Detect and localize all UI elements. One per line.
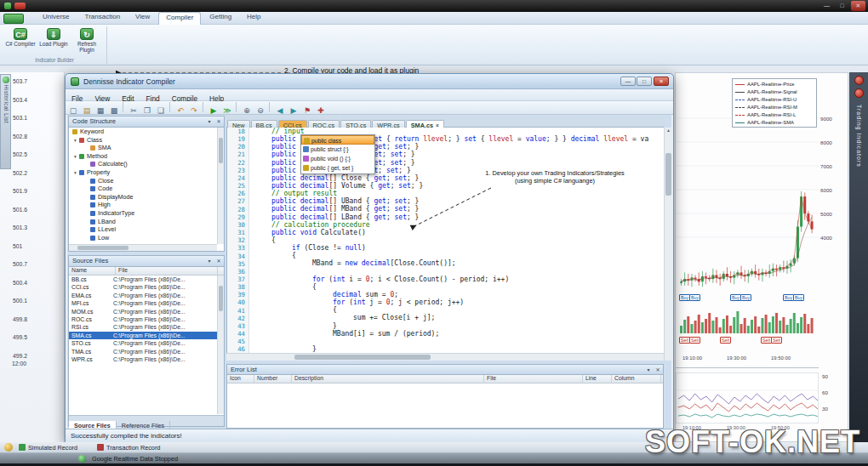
close-icon[interactable]: ✕: [214, 117, 223, 126]
code-structure-header[interactable]: Code Structure ▾ ✕: [69, 116, 224, 128]
code-line[interactable]: MBand[i] = sum / (period);: [249, 330, 664, 338]
file-row[interactable]: MFI.csC:\Program Files (x86)\De...: [69, 299, 217, 307]
tree-node-method[interactable]: ▾Method: [69, 152, 217, 161]
error-column-line[interactable]: Line: [583, 375, 612, 384]
tree-item[interactable]: LBand: [69, 218, 217, 226]
code-line[interactable]: {: [249, 306, 664, 314]
toolbar-separator: [123, 102, 123, 112]
code-line[interactable]: {: [249, 236, 664, 244]
code-line[interactable]: }: [249, 345, 664, 353]
window-close-button[interactable]: ✕: [654, 77, 669, 86]
code-line[interactable]: [249, 338, 664, 345]
tree-node-property[interactable]: ▾Property: [69, 168, 217, 177]
app-menu-button[interactable]: [3, 14, 24, 24]
system-close-button[interactable]: ✕: [851, 1, 865, 11]
tree-item[interactable]: DisplayMode: [69, 193, 217, 202]
record-icon[interactable]: [854, 76, 864, 85]
ribbon-tab-view[interactable]: View: [128, 12, 157, 25]
system-minimize-button[interactable]: —: [819, 1, 834, 11]
tree-root-keyword[interactable]: Keyword: [69, 128, 217, 136]
system-title-bar: — □ ✕: [0, 0, 868, 12]
tree-item[interactable]: IndicatorType: [69, 209, 217, 218]
file-row[interactable]: ROC.csC:\Program Files (x86)\De...: [69, 315, 217, 323]
intellisense-item[interactable]: public { get, set }: [301, 163, 374, 173]
intellisense-item[interactable]: public class: [301, 135, 374, 145]
code-line[interactable]: {: [249, 283, 664, 291]
source-files-header[interactable]: Source Files ▾ ✕: [69, 256, 224, 267]
load-plugin-button[interactable]: ⇩Load Plugin: [37, 27, 70, 56]
file-row[interactable]: BB.csC:\Program Files (x86)\De...: [69, 276, 217, 283]
error-list-header[interactable]: Error List ▾ ✕: [227, 365, 663, 375]
file-row[interactable]: SMA.csC:\Program Files (x86)\De...: [69, 332, 217, 339]
csharp-compiler-button[interactable]: C#C# Compiler: [4, 27, 37, 56]
intellisense-popup[interactable]: public classpublic struct {:}public void…: [300, 134, 375, 174]
file-row[interactable]: TMA.csC:\Program Files (x86)\De...: [69, 348, 217, 355]
code-line[interactable]: decimal sum = 0;: [249, 291, 664, 298]
intellisense-item[interactable]: public void () {:}: [301, 154, 374, 163]
error-column-column[interactable]: Column: [612, 375, 661, 384]
tree-item[interactable]: Close: [69, 177, 217, 185]
error-column-description[interactable]: Description: [292, 375, 484, 384]
file-row[interactable]: EMA.csC:\Program Files (x86)\De...: [69, 292, 217, 299]
chevron-down-icon[interactable]: ▾: [205, 257, 214, 265]
tree-item[interactable]: Code: [69, 185, 217, 193]
file-row[interactable]: WPR.csC:\Program Files (x86)\De...: [69, 355, 217, 363]
intellisense-item[interactable]: public struct {:}: [301, 145, 374, 154]
tree-item[interactable]: High: [69, 201, 217, 209]
expander-icon[interactable]: ▾: [72, 137, 78, 145]
taskbar-item-simulated-record[interactable]: Simulated Record: [19, 443, 77, 452]
ribbon-tab-transaction[interactable]: Transaction: [78, 12, 128, 25]
expander-icon[interactable]: ▾: [72, 153, 78, 162]
file-row[interactable]: RSI.csC:\Program Files (x86)\De...: [69, 323, 217, 331]
file-row[interactable]: STO.csC:\Program Files (x86)\De...: [69, 339, 217, 347]
editor-horizontal-scrollbar[interactable]: [226, 353, 664, 361]
tree-horizontal-scrollbar[interactable]: [69, 244, 217, 251]
code-line[interactable]: if (Close != null): [249, 244, 664, 252]
system-maximize-button[interactable]: □: [835, 1, 849, 11]
tree-node-class[interactable]: ▾Class: [69, 136, 217, 145]
files-vertical-scrollbar[interactable]: [217, 276, 224, 414]
error-column-icon[interactable]: Icon: [227, 375, 254, 384]
code-line[interactable]: [249, 268, 664, 276]
code-editor[interactable]: 1819202122232425262728293031323334353637…: [226, 128, 664, 353]
tree-item[interactable]: Calculate(): [69, 160, 217, 168]
tree-item[interactable]: Low: [69, 234, 217, 242]
tree-node-icon: [79, 138, 84, 143]
tree-item[interactable]: LLevel: [69, 225, 217, 234]
file-column-name[interactable]: Name: [69, 267, 116, 276]
code-line[interactable]: for (int i = 0; i < Close.Count() - peri…: [249, 276, 664, 283]
error-column-number[interactable]: Number: [254, 375, 292, 384]
expander-icon[interactable]: ▾: [72, 169, 78, 178]
file-row[interactable]: MOM.csC:\Program Files (x86)\De...: [69, 308, 217, 315]
close-icon[interactable]: ✕: [214, 257, 223, 265]
ribbon-tab-compiler[interactable]: Compiler: [158, 12, 201, 25]
code-line[interactable]: MBand = new decimal[Close.Count()];: [249, 259, 664, 267]
refresh-plugin-button[interactable]: ↻Refresh Plugin: [71, 27, 103, 56]
code-line[interactable]: sum += Close[i + j];: [249, 314, 664, 321]
ribbon-tab-help[interactable]: Help: [240, 12, 267, 25]
editor-vertical-scrollbar[interactable]: ▲: [664, 128, 672, 361]
code-line[interactable]: }: [249, 322, 664, 330]
ribbon-tab-universe[interactable]: Universe: [36, 12, 77, 25]
code-line[interactable]: for (int j = 0; j < period; j++): [249, 298, 664, 306]
stop-icon[interactable]: [854, 88, 864, 98]
code-line[interactable]: {: [249, 252, 664, 259]
file-row[interactable]: CCI.csC:\Program Files (x86)\De...: [69, 283, 217, 291]
window-minimize-button[interactable]: —: [620, 77, 636, 86]
line-number: 39: [227, 291, 245, 298]
chevron-down-icon[interactable]: ▾: [644, 366, 653, 374]
window-title-bar[interactable]: Dennisse Indicator Compiler — □ ✕: [66, 74, 673, 89]
chevron-down-icon[interactable]: ▾: [205, 117, 214, 126]
ribbon-tab-getting[interactable]: Getting: [203, 12, 238, 25]
taskbar-item-transaction-record[interactable]: Transaction Record: [97, 443, 160, 452]
close-icon[interactable]: ✕: [654, 366, 662, 374]
status-orb-icon[interactable]: [4, 443, 13, 452]
trading-indicators-strip[interactable]: Trading Indicators: [849, 72, 868, 442]
tree-vertical-scrollbar[interactable]: [217, 128, 224, 244]
window-maximize-button[interactable]: □: [637, 77, 652, 86]
tree-item[interactable]: SMA: [69, 144, 217, 152]
toolbar-separator: [236, 102, 237, 112]
historical-list-tab[interactable]: Historical List: [0, 74, 11, 169]
error-column-file[interactable]: File: [484, 375, 583, 384]
file-column-file[interactable]: File: [116, 267, 218, 276]
